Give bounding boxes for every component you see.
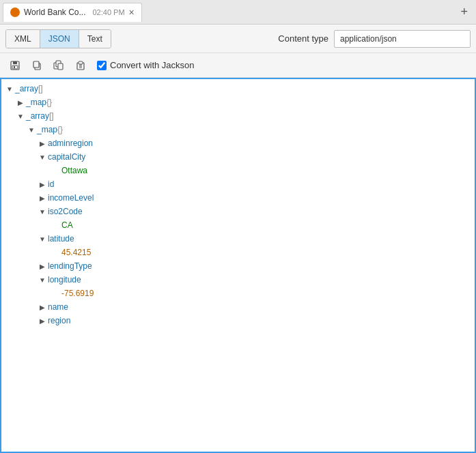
tree-type: {}	[46, 98, 52, 107]
tree-key: longitude	[48, 275, 81, 284]
copy-all-button[interactable]	[49, 57, 68, 74]
tree-toggle[interactable]	[37, 179, 48, 190]
tree-value: Ottawa	[59, 166, 87, 175]
tree-toggle[interactable]	[15, 97, 26, 108]
tree-row: latitude	[1, 232, 475, 246]
tree-key: _map	[26, 98, 46, 107]
tree-row: _array []	[1, 109, 475, 123]
svg-rect-5	[33, 61, 39, 68]
tree-key: incomeLevel	[48, 193, 94, 203]
tree-toggle[interactable]	[37, 261, 48, 272]
svg-rect-10	[79, 61, 83, 64]
tree-key: _array	[26, 111, 49, 121]
tree-row: _map {}	[1, 96, 475, 109]
tab-title: World Bank Co...	[24, 8, 85, 17]
tree-row: adminregion	[1, 136, 475, 150]
tree-type: []	[38, 84, 43, 93]
tree-row: lendingType	[1, 259, 475, 273]
text-button[interactable]: Text	[79, 30, 111, 48]
tree-row: CA	[1, 218, 475, 232]
convert-checkbox-label[interactable]: Convert with Jackson	[97, 60, 195, 70]
tree-key: region	[48, 316, 70, 325]
tree-row: _array []	[1, 82, 475, 96]
tree-row: longitude	[1, 273, 475, 287]
tree-toggle[interactable]	[37, 274, 48, 285]
tree-type: []	[49, 111, 54, 121]
svg-rect-1	[13, 61, 17, 64]
save-icon	[10, 60, 20, 71]
tree-toggle[interactable]	[37, 302, 48, 312]
tree-key: _array	[15, 84, 38, 93]
convert-checkbox[interactable]	[97, 61, 107, 70]
active-tab[interactable]: World Bank Co... 02:40 PM ×	[3, 3, 142, 22]
tree-value: -75.6919	[59, 289, 94, 298]
tree-toggle[interactable]	[15, 111, 26, 121]
tree-value: 45.4215	[59, 248, 91, 257]
tab-time: 02:40 PM	[92, 8, 124, 16]
copy-button[interactable]	[27, 57, 46, 74]
format-btn-group: XML JSON Text	[5, 29, 111, 48]
tree-row: id	[1, 177, 475, 191]
convert-label-text: Convert with Jackson	[110, 60, 195, 70]
tree-key: id	[48, 179, 54, 189]
action-toolbar: Convert with Jackson	[0, 53, 476, 78]
content-type-input[interactable]	[334, 30, 471, 48]
json-tree: _array []_map {}_array []_map {}adminreg…	[0, 78, 476, 453]
tree-key: name	[48, 302, 68, 312]
tree-row: 45.4215	[1, 246, 475, 259]
tree-row: iso2Code	[1, 205, 475, 218]
tree-toggle[interactable]	[37, 138, 48, 149]
tree-toggle[interactable]	[37, 233, 48, 244]
save-button[interactable]	[5, 57, 25, 74]
tab-icon	[10, 8, 20, 17]
tree-type: {}	[57, 125, 63, 134]
json-button[interactable]: JSON	[40, 30, 79, 48]
add-tab-button[interactable]: +	[455, 5, 473, 19]
xml-button[interactable]: XML	[6, 30, 40, 48]
close-tab-button[interactable]: ×	[129, 8, 135, 17]
paste-icon	[75, 60, 86, 71]
tree-toggle[interactable]	[37, 151, 48, 162]
tree-toggle[interactable]	[26, 124, 37, 135]
svg-rect-8	[58, 63, 63, 70]
format-toolbar: XML JSON Text Content type	[0, 25, 476, 53]
tree-row: name	[1, 300, 475, 314]
tree-row: region	[1, 314, 475, 327]
content-type-label: Content type	[278, 33, 334, 44]
tree-row: Ottawa	[1, 164, 475, 177]
tree-key: iso2Code	[48, 207, 83, 216]
tree-row: capitalCity	[1, 150, 475, 164]
tree-key: _map	[37, 125, 57, 134]
tree-toggle[interactable]	[37, 315, 48, 326]
svg-rect-3	[14, 66, 15, 68]
tree-toggle[interactable]	[37, 206, 48, 217]
tree-key: adminregion	[48, 138, 93, 148]
tree-toggle[interactable]	[4, 83, 15, 94]
tree-row: incomeLevel	[1, 191, 475, 205]
tab-bar: World Bank Co... 02:40 PM × +	[0, 0, 476, 25]
paste-button[interactable]	[71, 57, 90, 74]
copy-all-icon	[53, 60, 64, 71]
tree-toggle[interactable]	[37, 192, 48, 203]
tree-key: lendingType	[48, 261, 92, 271]
copy-icon	[31, 60, 42, 71]
tree-key: latitude	[48, 234, 74, 244]
tree-key: capitalCity	[48, 152, 85, 162]
tree-row: -75.6919	[1, 287, 475, 300]
tree-value: CA	[59, 220, 73, 230]
tree-row: _map {}	[1, 123, 475, 136]
